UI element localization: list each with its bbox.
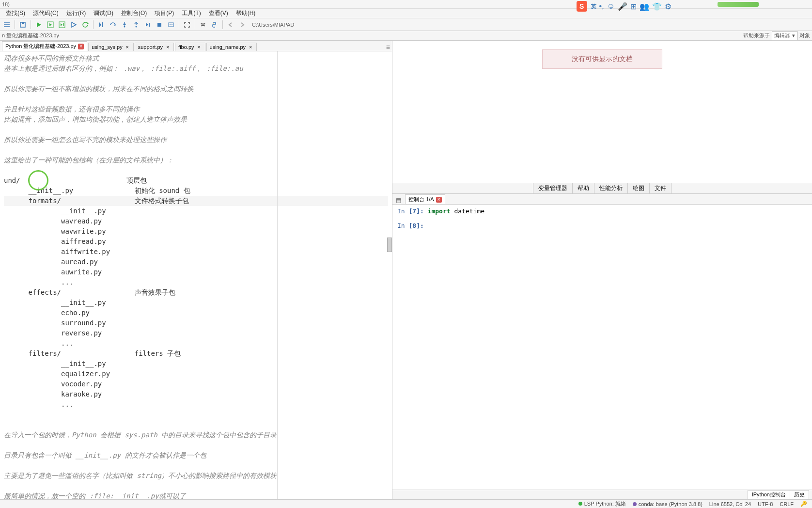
status-eol[interactable]: CRLF bbox=[780, 501, 794, 507]
menu-find[interactable]: 查找(S) bbox=[2, 8, 29, 18]
tab-main[interactable]: Python 量化编程基础-2023.py× bbox=[2, 41, 87, 51]
help-tab-help[interactable]: 帮助 bbox=[573, 183, 594, 194]
console-tab[interactable]: 控制台 1/A × bbox=[405, 194, 445, 204]
console-bottom-tabs: IPython控制台 历史 bbox=[392, 490, 812, 499]
run-selection-icon[interactable] bbox=[69, 20, 78, 30]
status-conda[interactable]: conda: base (Python 3.8.8) bbox=[633, 501, 703, 507]
code-editor[interactable]: 现存很多种不同的音频文件格式基本上都是通过后缀名区分的，例如： .wav， :f… bbox=[0, 51, 392, 499]
window-control-bar[interactable] bbox=[718, 2, 759, 7]
editor-line: vocoder.py bbox=[4, 379, 388, 389]
svg-rect-8 bbox=[169, 23, 173, 27]
separator bbox=[222, 20, 223, 29]
console-tabs: ▤ 控制台 1/A × bbox=[392, 194, 812, 205]
editor-line: __init__.py 初始化 sound 包 bbox=[4, 186, 388, 196]
help-tab-plots[interactable]: 绘图 bbox=[628, 183, 650, 194]
status-encoding[interactable]: UTF-8 bbox=[758, 501, 773, 507]
ime-glyph-3[interactable]: 🎤 bbox=[618, 2, 627, 11]
ime-glyph-6[interactable]: 👕 bbox=[652, 2, 662, 11]
console-line-in7: In [7]: import datetime bbox=[397, 207, 807, 215]
close-icon[interactable]: × bbox=[78, 44, 84, 49]
run-icon[interactable] bbox=[34, 20, 44, 30]
editor-line: __init__.py bbox=[4, 359, 388, 369]
tab-fibo[interactable]: fibo.py× bbox=[175, 43, 205, 51]
status-lsp[interactable]: LSP Python: 就绪 bbox=[578, 500, 626, 508]
close-icon[interactable]: × bbox=[248, 44, 253, 50]
help-tab-files[interactable]: 文件 bbox=[650, 183, 671, 194]
maximize-icon[interactable] bbox=[182, 20, 192, 30]
breakpoint-icon[interactable] bbox=[166, 20, 176, 30]
separator bbox=[93, 20, 94, 29]
close-icon[interactable]: × bbox=[436, 197, 442, 203]
help-tabs: 变量管理器 帮助 性能分析 绘图 文件 bbox=[392, 183, 812, 194]
close-icon[interactable]: × bbox=[196, 44, 202, 50]
tab-using-name[interactable]: using_name.py× bbox=[206, 43, 257, 51]
svg-point-5 bbox=[124, 26, 125, 27]
rerun-icon[interactable] bbox=[80, 20, 90, 30]
stop-icon[interactable] bbox=[155, 20, 164, 30]
svg-point-11 bbox=[202, 24, 204, 26]
ipython-console[interactable]: In [7]: import datetime In [8]: bbox=[392, 205, 812, 490]
led-green-icon bbox=[578, 502, 582, 506]
ime-logo-icon[interactable]: S bbox=[577, 1, 587, 12]
splitter-handle[interactable] bbox=[387, 238, 392, 252]
editor-line bbox=[4, 420, 388, 430]
forward-icon[interactable] bbox=[237, 20, 247, 30]
menu-source[interactable]: 源代码(C) bbox=[29, 8, 62, 18]
ime-glyph-2[interactable]: ☺ bbox=[607, 2, 615, 11]
separator bbox=[179, 20, 179, 29]
menu-project[interactable]: 项目(P) bbox=[151, 8, 178, 18]
close-icon[interactable]: × bbox=[125, 44, 130, 50]
ime-glyph-4[interactable]: ⊞ bbox=[630, 2, 637, 11]
settings-icon[interactable] bbox=[198, 20, 208, 30]
menu-console[interactable]: 控制台(O) bbox=[117, 8, 151, 18]
step-in-icon[interactable] bbox=[120, 20, 129, 30]
tab-options-icon[interactable]: ≡ bbox=[386, 43, 390, 51]
menu-help[interactable]: 帮助(H) bbox=[232, 8, 260, 18]
help-tab-profiler[interactable]: 性能分析 bbox=[594, 183, 628, 194]
working-dir-path[interactable]: C:\Users\MIAPAD bbox=[249, 22, 810, 28]
console-menu-icon[interactable]: ▤ bbox=[394, 196, 402, 204]
ime-glyph-1[interactable]: •, bbox=[599, 2, 604, 11]
breadcrumb[interactable]: n 量化编程基础-2023.py bbox=[2, 32, 743, 39]
status-line-col[interactable]: Line 6552, Col 24 bbox=[709, 501, 751, 507]
editor-line bbox=[4, 145, 388, 155]
menu-run[interactable]: 运行(R) bbox=[62, 8, 90, 18]
back-icon[interactable] bbox=[226, 20, 235, 30]
tab-using-sys[interactable]: using_sys.py× bbox=[88, 43, 134, 51]
editor-line: 并且针对这些音频数据，还有很多不同的操作 bbox=[4, 104, 388, 114]
editor-line: ... bbox=[4, 277, 388, 287]
continue-icon[interactable] bbox=[143, 20, 153, 30]
run-cell-next-icon[interactable] bbox=[57, 20, 67, 30]
svg-rect-1 bbox=[22, 22, 24, 24]
menu-bar: 查找(S) 源代码(C) 运行(R) 调试(D) 控制台(O) 项目(P) 工具… bbox=[0, 9, 812, 18]
console-pane: ▤ 控制台 1/A × In [7]: import datetime In [… bbox=[392, 194, 812, 499]
editor-line: ... bbox=[4, 338, 388, 349]
tab-support[interactable]: support.py× bbox=[135, 43, 174, 51]
save-icon[interactable] bbox=[18, 20, 28, 30]
step-over-icon[interactable] bbox=[108, 20, 118, 30]
pythonpath-icon[interactable] bbox=[210, 20, 219, 30]
menu-tools[interactable]: 工具(T) bbox=[178, 8, 204, 18]
menu-icon[interactable] bbox=[2, 20, 12, 30]
svg-rect-7 bbox=[157, 23, 161, 27]
menu-debug[interactable]: 调试(D) bbox=[90, 8, 117, 18]
editor-line: aiffread.py bbox=[4, 237, 388, 247]
ime-glyph-7[interactable]: ⚙ bbox=[665, 2, 671, 11]
debug-icon[interactable] bbox=[96, 20, 106, 30]
permissions-icon[interactable]: 🔑 bbox=[800, 501, 807, 507]
step-out-icon[interactable] bbox=[131, 20, 141, 30]
ime-bar: S 英 •, ☺ 🎤 ⊞ 👥 👕 ⚙ bbox=[577, 1, 671, 12]
led-purple-icon bbox=[633, 502, 637, 506]
separator bbox=[195, 20, 195, 29]
help-tab-vars[interactable]: 变量管理器 bbox=[533, 183, 573, 194]
close-icon[interactable]: × bbox=[165, 44, 171, 50]
ime-lang[interactable]: 英 bbox=[591, 3, 596, 10]
ime-glyph-5[interactable]: 👥 bbox=[640, 2, 649, 11]
menu-view[interactable]: 查看(V) bbox=[205, 8, 232, 18]
help-source-combo[interactable]: 编辑器 ▾ bbox=[772, 31, 797, 40]
title-version: 18) bbox=[2, 1, 10, 7]
run-cell-icon[interactable] bbox=[46, 20, 55, 30]
tab-history[interactable]: 历史 bbox=[790, 490, 809, 499]
tab-ipython-console[interactable]: IPython控制台 bbox=[748, 490, 790, 499]
editor-line: 最简单的情况，放一个空的 :file:__init__.py就可以了 bbox=[4, 491, 388, 499]
